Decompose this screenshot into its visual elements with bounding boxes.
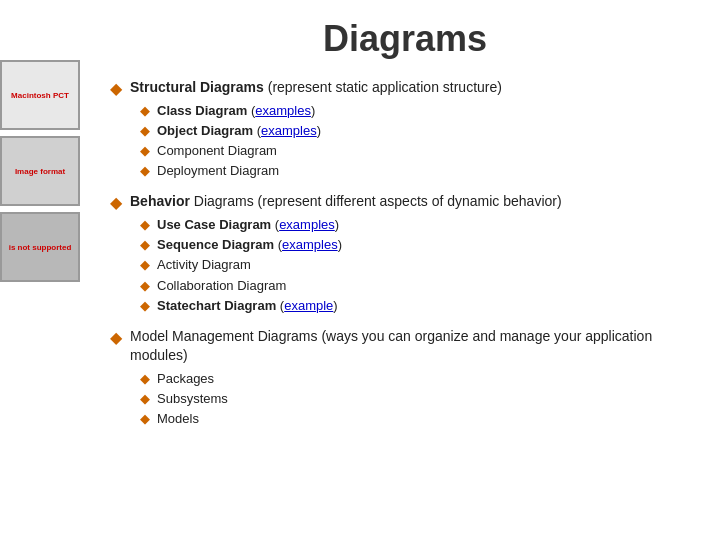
packages-text: Packages	[157, 370, 214, 388]
section-model-management: ◆ Model Management Diagrams (ways you ca…	[110, 327, 700, 431]
sub-item-statechart: ◆ Statechart Diagram (example)	[140, 297, 562, 315]
bullet-sequence: ◆	[140, 237, 150, 252]
structural-sub-list: ◆ Class Diagram (examples) ◆ Object Diag…	[140, 102, 502, 181]
statechart-diagram-text: Statechart Diagram (example)	[157, 297, 338, 315]
behavior-text: Behavior Diagrams (represent different a…	[130, 193, 562, 209]
sequence-diagram-text: Sequence Diagram (examples)	[157, 236, 342, 254]
bullet-collaboration: ◆	[140, 278, 150, 293]
sub-item-component: ◆ Component Diagram	[140, 142, 502, 160]
page-title: Diagrams	[110, 18, 700, 60]
bullet-deployment: ◆	[140, 163, 150, 178]
bullet-packages: ◆	[140, 371, 150, 386]
object-diagram-text: Object Diagram (examples)	[157, 122, 321, 140]
bullet-activity: ◆	[140, 257, 150, 272]
bullet-statechart: ◆	[140, 298, 150, 313]
activity-diagram-text: Activity Diagram	[157, 256, 251, 274]
bullet-models: ◆	[140, 411, 150, 426]
section-model-management-content: Model Management Diagrams (ways you can …	[130, 327, 700, 431]
sub-item-usecase: ◆ Use Case Diagram (examples)	[140, 216, 562, 234]
sub-item-subsystems: ◆ Subsystems	[140, 390, 700, 408]
object-examples-link[interactable]: examples	[261, 123, 317, 138]
model-management-sub-list: ◆ Packages ◆ Subsystems ◆ Models	[140, 370, 700, 429]
section-behavior-content: Behavior Diagrams (represent different a…	[130, 192, 562, 317]
bullet-component: ◆	[140, 143, 150, 158]
left-images: Macintosh PCT Image format is not suppor…	[0, 60, 90, 282]
bullet-object: ◆	[140, 123, 150, 138]
section-structural: ◆ Structural Diagrams (represent static …	[110, 78, 700, 182]
class-diagram-text: Class Diagram (examples)	[157, 102, 315, 120]
main-content: Diagrams ◆ Structural Diagrams (represen…	[90, 0, 720, 451]
model-management-text: Model Management Diagrams (ways you can …	[130, 328, 652, 364]
bullet-usecase: ◆	[140, 217, 150, 232]
section-structural-content: Structural Diagrams (represent static ap…	[130, 78, 502, 182]
bullet-behavior: ◆	[110, 193, 122, 212]
sequence-examples-link[interactable]: examples	[282, 237, 338, 252]
image-placeholder-3: is not supported	[0, 212, 80, 282]
bullet-model-management: ◆	[110, 328, 122, 347]
bullet-class: ◆	[140, 103, 150, 118]
subsystems-text: Subsystems	[157, 390, 228, 408]
image-placeholder-2: Image format	[0, 136, 80, 206]
sub-item-sequence: ◆ Sequence Diagram (examples)	[140, 236, 562, 254]
bullet-structural: ◆	[110, 79, 122, 98]
statechart-example-link[interactable]: example	[284, 298, 333, 313]
component-diagram-text: Component Diagram	[157, 142, 277, 160]
behavior-sub-list: ◆ Use Case Diagram (examples) ◆ Sequence…	[140, 216, 562, 315]
class-examples-link[interactable]: examples	[255, 103, 311, 118]
image-placeholder-1: Macintosh PCT	[0, 60, 80, 130]
section-behavior: ◆ Behavior Diagrams (represent different…	[110, 192, 700, 317]
deployment-diagram-text: Deployment Diagram	[157, 162, 279, 180]
bullet-subsystems: ◆	[140, 391, 150, 406]
structural-text: Structural Diagrams (represent static ap…	[130, 79, 502, 95]
sub-item-models: ◆ Models	[140, 410, 700, 428]
usecase-diagram-text: Use Case Diagram (examples)	[157, 216, 339, 234]
sub-item-packages: ◆ Packages	[140, 370, 700, 388]
sub-item-collaboration: ◆ Collaboration Diagram	[140, 277, 562, 295]
sub-item-class: ◆ Class Diagram (examples)	[140, 102, 502, 120]
sub-item-object: ◆ Object Diagram (examples)	[140, 122, 502, 140]
usecase-examples-link[interactable]: examples	[279, 217, 335, 232]
collaboration-diagram-text: Collaboration Diagram	[157, 277, 286, 295]
sub-item-activity: ◆ Activity Diagram	[140, 256, 562, 274]
models-text: Models	[157, 410, 199, 428]
sub-item-deployment: ◆ Deployment Diagram	[140, 162, 502, 180]
